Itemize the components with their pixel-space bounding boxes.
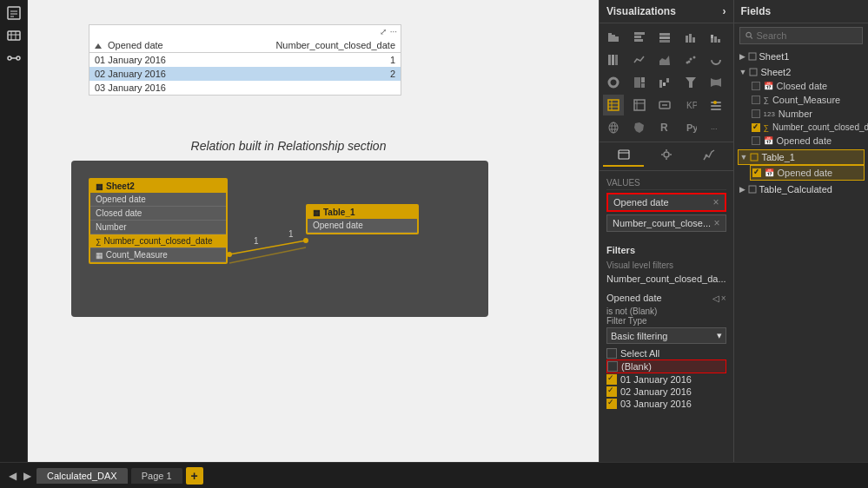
expand-icon[interactable]: ⤢	[380, 27, 387, 36]
svg-rect-23	[659, 33, 670, 36]
svg-rect-79	[749, 53, 756, 60]
sidebar-report-icon[interactable]	[4, 3, 23, 23]
viz-waterfall-icon[interactable]	[654, 72, 675, 93]
remove-count-closed[interactable]: ×	[713, 217, 719, 229]
viz-expand-btn[interactable]: ›	[723, 5, 726, 17]
sheet1-header[interactable]: ▶ Sheet1	[738, 49, 865, 63]
sheet1-expand[interactable]: ▶	[739, 52, 745, 61]
viz-map-icon[interactable]	[603, 117, 624, 138]
select-all-check[interactable]	[606, 348, 617, 359]
cell-date-3: 03 January 2016	[89, 81, 209, 95]
tree-group-sheet1: ▶ Sheet1	[738, 49, 865, 63]
sheet2-expand[interactable]: ▼	[739, 68, 747, 76]
viz-clustered-bar-icon[interactable]	[629, 27, 650, 48]
svg-point-75	[664, 152, 669, 157]
field-opened-date-sheet2[interactable]: 📅 Opened date	[750, 134, 865, 148]
filter-remove-icon[interactable]: ×	[721, 293, 726, 303]
viz-treemap-icon[interactable]	[629, 72, 650, 93]
viz-python-icon[interactable]: Py	[680, 117, 701, 138]
viz-card-icon[interactable]	[654, 95, 675, 115]
viz-donut-icon[interactable]	[603, 72, 624, 93]
table1-header[interactable]: ▼ Table_1	[738, 149, 865, 165]
field-number[interactable]: 123 Number	[750, 107, 865, 121]
filter-type-dropdown[interactable]: Basic filtering ▾	[606, 327, 726, 344]
sidebar-data-icon[interactable]	[4, 26, 23, 45]
remove-opened-date[interactable]: ×	[712, 196, 719, 208]
svg-rect-26	[686, 36, 688, 43]
sheet2-field-5: ▦ Count_Measure	[90, 248, 226, 262]
viz-stacked-bar-icon[interactable]	[603, 27, 624, 48]
viz-kpi-icon[interactable]: KPI	[680, 95, 701, 115]
svg-point-76	[705, 155, 707, 157]
number-icon: 123	[764, 110, 775, 118]
viz-matrix-icon[interactable]	[629, 95, 650, 115]
sheet2-field-4: ∑ Number_count_closed_date	[90, 234, 226, 248]
viz-pie-icon[interactable]	[706, 49, 726, 70]
svg-text:KPI: KPI	[686, 101, 697, 110]
jan3-row[interactable]: 03 January 2016	[606, 398, 726, 410]
viz-stacked-col-icon[interactable]	[706, 27, 726, 48]
relation-diagram: 1 1 ▦ Sheet2 Opened date Closed date Num…	[71, 161, 488, 317]
jan1-check[interactable]	[606, 374, 617, 385]
svg-text:1: 1	[254, 236, 259, 246]
field-number-count-closed[interactable]: ✓ ∑ Number_count_closed_date	[750, 121, 865, 134]
viz-line-icon[interactable]	[629, 49, 650, 70]
viz-ribbon-icon[interactable]	[706, 72, 726, 93]
table-calc-expand[interactable]: ▶	[739, 185, 745, 194]
sidebar-relationship-icon[interactable]	[4, 49, 23, 68]
filter-clear-icon[interactable]: ◁	[712, 293, 719, 303]
jan3-check[interactable]	[606, 399, 617, 409]
select-all-row[interactable]: Select All	[606, 347, 726, 359]
search-input[interactable]	[756, 30, 857, 41]
more-icon[interactable]: ···	[390, 27, 397, 36]
viz-tab-analytics[interactable]	[688, 146, 729, 167]
next-page-arrow[interactable]: ▶	[22, 470, 33, 482]
viz-area-icon[interactable]	[654, 49, 675, 70]
tab-calculated-dax[interactable]: Calculated_DAX	[36, 468, 128, 484]
add-page-btn[interactable]: +	[186, 467, 203, 485]
svg-text:1: 1	[288, 229, 294, 239]
viz-funnel-icon[interactable]	[680, 72, 701, 93]
table-calc-header[interactable]: ▶ Table_Calculated	[738, 182, 865, 196]
sheet2-field-3: Number	[90, 221, 226, 234]
sheet2-header[interactable]: ▼ Sheet2	[738, 65, 865, 79]
viz-scatter-icon[interactable]	[680, 49, 701, 70]
svg-rect-28	[692, 37, 695, 43]
viz-100-col-icon[interactable]	[603, 49, 624, 70]
jan1-row[interactable]: 01 January 2016	[606, 373, 726, 386]
viz-100-bar-icon[interactable]	[654, 27, 675, 48]
table-visual[interactable]: ⤢ ··· Opened date Number_count_closed_da…	[89, 24, 401, 96]
table-row: 01 January 2016 1	[89, 53, 401, 68]
col-header-count[interactable]: Number_count_closed_date	[209, 38, 401, 53]
prev-page-arrow[interactable]: ◀	[7, 470, 18, 482]
viz-table-icon[interactable]	[603, 95, 624, 115]
left-sidebar	[0, 0, 28, 462]
table1-tree-icon	[750, 153, 759, 162]
count-closed-pill[interactable]: Number_count_close... ×	[606, 214, 726, 232]
svg-point-40	[687, 61, 690, 63]
blank-row[interactable]: (Blank)	[606, 359, 726, 373]
viz-r-icon[interactable]: R	[654, 117, 675, 138]
field-closed-date[interactable]: 📅 Closed date	[750, 79, 865, 93]
viz-tab-format[interactable]	[646, 146, 686, 167]
search-box[interactable]	[739, 27, 864, 44]
svg-marker-36	[659, 56, 670, 65]
svg-rect-63	[711, 109, 721, 110]
viz-col-chart-icon[interactable]	[680, 27, 701, 48]
viz-slicer-icon[interactable]	[706, 95, 726, 115]
jan2-check[interactable]	[606, 386, 617, 397]
jan2-row[interactable]: 02 January 2016	[606, 386, 726, 398]
col-header-opened-date[interactable]: Opened date	[89, 38, 209, 53]
viz-tab-fields[interactable]	[603, 146, 644, 167]
field-opened-date-table1[interactable]: ✓ 📅 Opened date	[750, 165, 865, 181]
svg-text:Py: Py	[686, 122, 697, 133]
tab-page1[interactable]: Page 1	[131, 468, 182, 484]
table1-expand[interactable]: ▼	[740, 153, 748, 162]
viz-filled-map-icon[interactable]	[629, 117, 650, 138]
viz-custom-icon[interactable]: ···	[706, 117, 726, 138]
viz-panel-header: Visualizations ›	[600, 0, 733, 23]
blank-check[interactable]	[607, 361, 618, 372]
filter-count-field[interactable]: Number_count_closed_da...	[606, 272, 726, 286]
field-count-measure[interactable]: ∑ Count_Measure	[750, 93, 865, 107]
opened-date-pill[interactable]: Opened date ×	[606, 193, 726, 212]
